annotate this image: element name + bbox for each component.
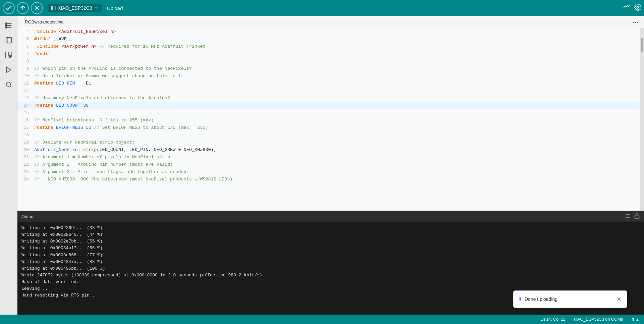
line-content: // Declare our NeoPixel strip object: <box>34 139 135 146</box>
code-token: LED_PIN <box>56 81 75 86</box>
line-content: // NeoPixel brightness, 0 (min) to 255 (… <box>34 117 154 124</box>
svg-point-13 <box>6 82 10 87</box>
line-number: 11 <box>17 80 34 87</box>
code-token: 30 <box>80 103 89 108</box>
line-content: #ifdef __AVR__ <box>34 36 72 43</box>
line-content: #define BRIGHTNESS 50 // Set BRIGHTNESS … <box>34 124 208 131</box>
verify-button[interactable] <box>3 2 15 14</box>
code-token: // Declare our NeoPixel strip object: <box>34 140 135 145</box>
board-name: XIAO_ESP32C3 <box>58 5 92 11</box>
code-lines-container: 4#include <Adafruit_NeoPixel.h>5#ifdef _… <box>17 28 644 211</box>
svg-rect-6 <box>6 38 11 43</box>
sidebar-item-library[interactable] <box>2 48 15 62</box>
line-number: 19 <box>17 139 34 146</box>
code-token: <Adafruit_NeoPixel.h> <box>59 29 116 34</box>
sidebar <box>0 16 17 315</box>
line-number: 4 <box>17 28 34 36</box>
code-token: // NeoPixel brightness, 0 (min) to 255 (… <box>34 118 154 123</box>
line-number: 9 <box>17 65 34 72</box>
line-content: #include <Adafruit_NeoPixel.h> <box>34 28 116 36</box>
code-line-8: 8 <box>17 58 644 65</box>
line-number: 17 <box>17 124 34 131</box>
toolbar-right <box>623 4 641 13</box>
line-number: 13 <box>17 95 34 102</box>
cursor-position: Ln 14, Col 22 <box>540 317 565 322</box>
code-token: <avr/power.h> <box>61 44 97 49</box>
sidebar-item-search[interactable] <box>2 78 15 91</box>
code-line-10: 10// On a Trinket or Gemma we suggest ch… <box>17 72 644 80</box>
svg-line-14 <box>10 86 11 87</box>
line-number: 6 <box>17 43 34 50</box>
settings-icon[interactable] <box>634 4 641 13</box>
code-line-14: 14#define LED_COUNT 30 <box>17 102 644 109</box>
sidebar-item-debug[interactable] <box>2 63 15 76</box>
output-line: Writing at 0x00034a17... (66 %) <box>21 245 640 252</box>
code-token: #include <box>34 29 59 34</box>
code-token: #include <box>34 44 61 49</box>
svg-rect-5 <box>5 23 7 29</box>
upload-status[interactable]: ⬆ 2 <box>631 317 639 322</box>
output-menu-icon[interactable] <box>625 213 631 220</box>
upload-status-icon: ⬆ <box>631 317 635 322</box>
vertical-scrollbar[interactable] <box>640 28 644 211</box>
line-number: 20 <box>17 146 34 154</box>
code-line-20: 20Adafruit_NeoPixel strip(LED_COUNT, LED… <box>17 146 644 154</box>
code-token: #define <box>34 103 56 108</box>
code-line-9: 9// Which pin on the Arduino is connecte… <box>17 65 644 72</box>
code-line-5: 5#ifdef __AVR__ <box>17 36 644 43</box>
output-lock-icon[interactable] <box>634 213 640 220</box>
svg-marker-12 <box>6 67 11 73</box>
file-tab-bar: RGBwstrandtest.ino ⋯ <box>17 16 644 28</box>
code-token: // Argument 1 = Number of pixels in NeoP… <box>34 155 170 160</box>
code-line-21: 21// Argument 1 = Number of pixels in Ne… <box>17 154 644 161</box>
upload-button-toolbar[interactable] <box>17 2 29 14</box>
file-tab-menu-icon[interactable]: ⋯ <box>630 18 641 26</box>
upload-text-button[interactable]: Upload <box>104 4 126 12</box>
debugger-button[interactable] <box>31 2 43 14</box>
toast-close-button[interactable]: ✕ <box>616 295 622 303</box>
board-selector[interactable]: XIAO_ESP32C3 <box>48 4 102 12</box>
output-line: Writing at 0x0003c868... (77 %) <box>21 252 640 259</box>
line-content: Adafruit_NeoPixel strip(LED_COUNT, LED_P… <box>34 146 216 154</box>
output-line: Writing at 0x00028640... (44 %) <box>21 231 640 238</box>
code-token: // Required for 16 MHz Adafruit Trinket <box>97 44 205 49</box>
code-token: BRIGHTNESS <box>56 125 83 130</box>
code-token: // Argument 3 = Pixel type flags, add to… <box>34 169 189 174</box>
code-token: // How many NeoPixels are attached to th… <box>34 96 170 101</box>
output-line: Writing at 0x0002e7bb... (55 %) <box>21 238 640 245</box>
line-number: 22 <box>17 161 34 168</box>
code-token: Adafruit_NeoPixel <box>34 147 83 152</box>
code-line-4: 4#include <Adafruit_NeoPixel.h> <box>17 28 644 36</box>
toast-notification: ℹ Done uploading. ✕ <box>513 290 627 308</box>
output-line: Writing at 0x0002269f... (33 %) <box>21 225 640 231</box>
code-line-22: 22// Argument 2 = Arduino pin number (mo… <box>17 161 644 168</box>
code-token: 50 <box>83 125 91 130</box>
line-number: 12 <box>17 87 34 95</box>
output-label: Output <box>21 214 35 219</box>
code-line-16: 16// NeoPixel brightness, 0 (min) to 255… <box>17 117 644 124</box>
statusbar: Ln 14, Col 22 XIAO_ESP32C3 on COM9 ⬆ 2 <box>0 315 644 324</box>
toast-message: Done uploading. <box>525 296 559 302</box>
code-line-17: 17#define BRIGHTNESS 50 // Set BRIGHTNES… <box>17 124 644 131</box>
code-line-19: 19// Declare our NeoPixel strip object: <box>17 139 644 146</box>
line-content: // NEO_KHZ800 800 KHz bitstream (most Ne… <box>34 176 232 183</box>
line-number: 14 <box>17 102 34 109</box>
line-content: // On a Trinket or Gemma we suggest chan… <box>34 72 184 80</box>
upload-count: 2 <box>636 317 639 322</box>
file-tab[interactable]: RGBwstrandtest.ino <box>20 17 68 26</box>
line-number: 5 <box>17 36 34 43</box>
line-content: // How many NeoPixels are attached to th… <box>34 95 170 102</box>
sidebar-item-sketchbook[interactable] <box>2 19 15 32</box>
scrollbar-thumb[interactable] <box>641 38 643 52</box>
svg-point-4 <box>637 6 639 8</box>
code-line-23: 23// Argument 3 = Pixel type flags, add … <box>17 168 644 176</box>
code-token: // Argument 2 = Arduino pin number (most… <box>34 162 173 167</box>
serial-monitor-icon[interactable] <box>623 4 630 13</box>
line-number: 8 <box>17 58 34 65</box>
code-editor[interactable]: 4#include <Adafruit_NeoPixel.h>5#ifdef _… <box>17 28 644 211</box>
code-line-13: 13// How many NeoPixels are attached to … <box>17 95 644 102</box>
line-content: #define LED_PIN D1 <box>34 80 91 87</box>
code-token: // Set BRIGHTNESS to about 1/5 (max = 25… <box>91 125 208 130</box>
sidebar-item-boards[interactable] <box>2 34 15 47</box>
toolbar: XIAO_ESP32C3 Upload <box>0 0 644 16</box>
